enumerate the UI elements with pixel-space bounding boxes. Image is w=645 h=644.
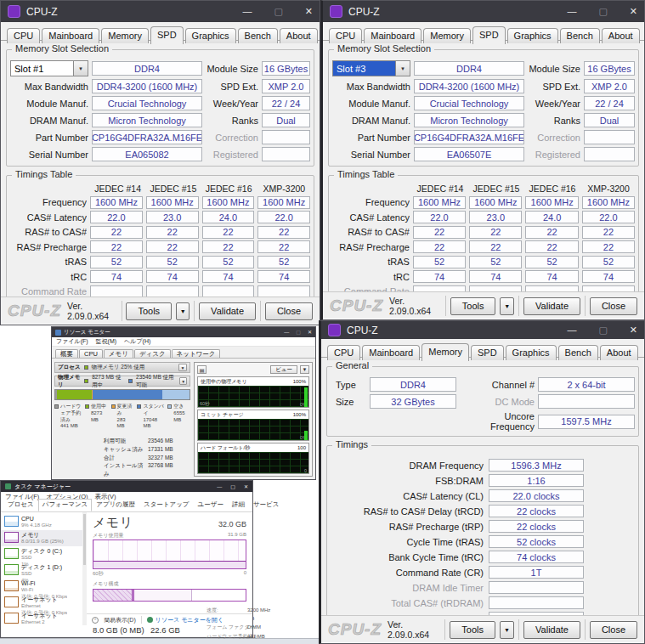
views-dropdown-button[interactable]: ▼ [300,365,309,374]
tools-dropdown-button[interactable]: ▼ [500,297,514,315]
minimize-icon[interactable]: — [242,7,252,16]
tab[interactable]: SPD [472,26,506,44]
legend-value: 17048 MB [143,417,164,431]
menu-item[interactable]: 監視(M) [96,337,117,346]
tab[interactable]: CPU [7,28,40,43]
title-bar[interactable]: CPU-Z — ▢ ✕ [323,1,644,22]
minimize-icon[interactable]: — [217,484,222,489]
tab[interactable]: ユーザー [194,499,228,511]
tab[interactable]: スタートアップ [139,499,194,511]
resource-graph: 使用中の物理メモリ 100% 60秒 0% [197,376,309,408]
close-icon[interactable]: ✕ [244,484,248,489]
tools-button[interactable]: Tools [450,297,496,315]
title-bar[interactable]: タスク マネージャー — ▢ ✕ [1,481,252,492]
chevron-down-icon[interactable]: ▼ [179,377,187,385]
tab[interactable]: CPU [79,349,103,358]
tab[interactable]: ディスク [134,349,171,358]
close-icon[interactable]: ✕ [305,7,313,16]
title-bar[interactable]: CPU-Z — ▢ ✕ [1,1,320,22]
tab[interactable]: Graphics [507,28,558,43]
perf-sidebar-item[interactable]: ディスク 0 (C:) SSD 1% [1,546,82,562]
perf-sidebar-item[interactable]: CPU 9% 4.18 GHz [1,514,82,530]
validate-button[interactable]: Validate [199,302,256,320]
tab[interactable]: 概要 [55,349,78,358]
validate-button[interactable]: Validate [523,297,580,315]
perf-sidebar-item[interactable]: イーサネット Ethernet 送信: 0 受信: 0 Kbps [1,595,82,611]
tab[interactable]: Graphics [506,345,557,360]
close-icon[interactable]: ✕ [308,330,312,335]
chevron-down-icon[interactable]: ▼ [178,364,187,371]
tab[interactable]: パフォーマンス [38,499,93,511]
tab[interactable]: CPU [329,28,362,43]
process-section-header[interactable]: プロセス 物理メモリ 25% 使用 ▼ [54,362,190,373]
tab[interactable]: SPD [150,26,184,44]
tab[interactable]: プロセス [3,499,38,511]
close-button[interactable]: Close [590,621,637,639]
title-bar[interactable]: リソース モニター — ▢ ✕ [52,327,315,337]
minimize-icon[interactable]: — [284,330,289,335]
close-icon[interactable]: ✕ [630,325,637,335]
tools-button[interactable]: Tools [126,302,172,320]
perf-sidebar-item[interactable]: メモリ 8.0/31.9 GB (25%) [1,530,82,546]
chevron-down-icon[interactable]: ▼ [74,60,88,76]
timing-value: 74 [146,270,199,283]
perf-sidebar-item[interactable]: Wi-Fi Wi-Fi 送信: 0 受信: 0 Kbps [1,579,82,595]
tab[interactable]: Bench [558,345,598,360]
tab[interactable]: Graphics [185,28,236,43]
tab[interactable]: Mainboard [364,28,422,43]
tab[interactable]: SPD [471,345,504,360]
open-resource-monitor-link[interactable]: リソース モニターを開く [147,616,223,624]
tab[interactable]: Bench [560,28,600,43]
slot-select[interactable]: Slot #3 ▼ [332,60,410,76]
minimize-icon[interactable]: — [567,7,576,16]
tab[interactable]: Mainboard [362,345,420,360]
timing-value: 1T [489,566,584,579]
tab[interactable]: Memory [101,28,149,43]
version-label: Ver. 2.09.0.x64 [388,619,440,640]
tab[interactable]: CPU [327,345,360,360]
channel-field: 2 x 64-bit [538,377,635,392]
maximize-icon[interactable]: ▢ [598,7,607,16]
tools-dropdown-button[interactable]: ▼ [500,621,514,639]
title-bar[interactable]: CPU-Z — ▢ ✕ [321,321,644,339]
tools-button[interactable]: Tools [450,621,495,639]
chevron-down-icon[interactable]: ▼ [396,60,410,76]
window-title: タスク マネージャー [14,483,71,491]
tab[interactable]: Memory [423,28,471,43]
close-button[interactable]: Close [590,297,637,315]
menu-item[interactable]: ファイル(F) [56,337,88,346]
tab[interactable]: アプリの履歴 [92,499,139,511]
perf-sidebar-item[interactable]: イーサネット Ethernet 2 送信: 0 受信: 0 Kbps [1,611,82,625]
tab[interactable]: Bench [238,28,278,43]
tools-dropdown-button[interactable]: ▼ [176,302,190,320]
tab[interactable]: サービス [249,499,284,511]
tab[interactable]: About [600,345,638,360]
maximize-icon[interactable]: ▢ [274,7,282,16]
menu-item[interactable]: ヘルプ(H) [124,337,150,346]
maximize-icon[interactable]: ▢ [230,484,235,489]
tab[interactable]: About [602,28,640,43]
tab[interactable]: Mainboard [42,28,99,43]
tab[interactable]: About [280,28,318,43]
validate-button[interactable]: Validate [523,621,580,639]
perf-sidebar-item[interactable]: ディスク 1 (D:) SSD 4% [1,562,82,579]
field-value: 22 / 24 [262,96,310,110]
tab[interactable]: Memory [422,343,469,361]
close-button[interactable]: Close [265,302,313,320]
maximize-icon[interactable]: ▢ [296,330,301,335]
close-icon[interactable]: ✕ [630,7,637,16]
simple-view-toggle[interactable]: 簡易表示(D) [104,616,136,624]
panel-collapse-button[interactable]: ▤ [197,365,207,374]
timings-column-header: JEDEC #16 [203,184,255,194]
views-button[interactable]: ビュー [270,365,297,374]
physical-memory-section-header[interactable]: 物理メモリ 8273 MB 使用中 23546 MB 使用可能 ▼ [54,376,190,387]
tab[interactable]: 詳細 [228,499,249,511]
slot-select[interactable]: Slot #1 ▼ [10,60,88,76]
tab[interactable]: メモリ [104,349,133,358]
resource-monitor-icon [147,617,153,623]
tab[interactable]: ネットワーク [172,349,221,358]
maximize-icon[interactable]: ▢ [598,325,607,335]
minimize-icon[interactable]: — [567,325,576,335]
item-detail: Ethernet 2 [21,619,67,625]
timing-row: RAS# to CAS# Delay (tRCD) 22 clocks [331,505,635,517]
